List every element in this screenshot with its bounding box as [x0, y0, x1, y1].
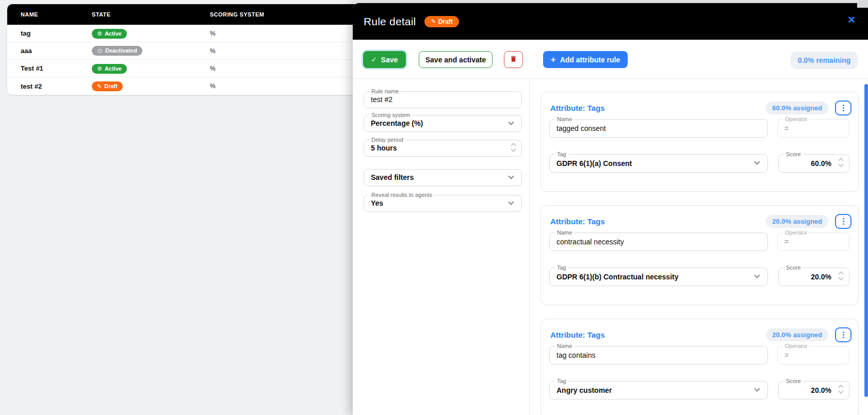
score-label: Score: [784, 378, 803, 384]
close-icon[interactable]: ×: [848, 13, 855, 26]
vertical-divider: [529, 78, 530, 415]
rule-name-label: Rule name: [369, 88, 401, 94]
scoring-system-select[interactable]: Scoring system Percentage (%): [364, 115, 522, 132]
operator-field: Operator =: [777, 119, 849, 138]
horizontal-divider: [353, 78, 868, 79]
draft-status-label: Draft: [438, 19, 453, 25]
operator-value: =: [778, 120, 849, 137]
save-button[interactable]: ✓ Save: [363, 51, 406, 68]
operator-label: Operator: [783, 229, 809, 236]
tag-label: Tag: [555, 378, 568, 384]
column-header-name: NAME: [7, 11, 92, 18]
remaining-badge: 0.0% remaining: [791, 52, 858, 69]
attribute-name-field[interactable]: Name tag contains: [549, 346, 768, 364]
scrollbar-corner: [857, 0, 868, 8]
tag-select[interactable]: Tag Angry customer: [549, 381, 768, 400]
operator-label: Operator: [783, 343, 809, 349]
score-label: Score: [784, 151, 803, 157]
tag-label: Tag: [555, 264, 568, 271]
scoring-system-label: Scoring system: [369, 112, 412, 118]
attribute-name-field[interactable]: Name tagged consent: [549, 119, 768, 138]
tag-select[interactable]: Tag GDPR 6(1)(b) Contractual necessity: [549, 268, 768, 286]
delete-button[interactable]: [504, 51, 523, 68]
vertical-scrollbar[interactable]: [864, 84, 868, 397]
attribute-rules-list: Attribute: Tags 60.0% assigned Name tagg…: [541, 92, 859, 415]
plus-icon: +: [551, 55, 556, 64]
check-icon: ✓: [371, 56, 377, 63]
attribute-title: Attribute: Tags: [550, 104, 605, 112]
operator-label: Operator: [783, 116, 809, 122]
assigned-badge: 20.0% assigned: [766, 328, 828, 341]
assigned-badge: 20.0% assigned: [766, 215, 828, 228]
attribute-name-label: Name: [555, 343, 574, 349]
saved-filters-select[interactable]: Saved filters: [364, 169, 522, 186]
pencil-icon: ✎: [97, 84, 102, 89]
delay-period-label: Delay period: [369, 137, 405, 143]
stepper-arrows[interactable]: [839, 272, 843, 279]
rule-name-cell: test #2: [7, 82, 92, 90]
reveal-results-label: Reveal results to agents: [369, 192, 434, 198]
column-header-state: STATE: [92, 11, 210, 18]
attribute-rule-card: Attribute: Tags 20.0% assigned Name cont…: [541, 205, 859, 305]
attribute-title: Attribute: Tags: [550, 217, 605, 226]
reveal-results-select[interactable]: Reveal results to agents Yes: [364, 195, 522, 212]
state-badge: Deactivated: [92, 46, 142, 56]
tag-select[interactable]: Tag GDPR 6(1)(a) Consent: [549, 154, 768, 173]
tag-label: Tag: [555, 151, 568, 157]
trash-icon: [510, 55, 517, 64]
attribute-name-label: Name: [555, 229, 574, 236]
attribute-name-label: Name: [555, 116, 574, 122]
save-and-activate-button[interactable]: Save and activate: [419, 51, 493, 68]
score-stepper[interactable]: Score 20.0%: [778, 381, 849, 400]
tag-value: GDPR 6(1)(a) Consent: [550, 155, 767, 172]
saved-filters-value: Saved filters: [364, 170, 521, 186]
stepper-arrows[interactable]: [839, 159, 843, 166]
power-icon: [97, 48, 103, 54]
rule-detail-panel: Rule detail ✎ Draft × ✓ Save Save and ac…: [353, 3, 868, 415]
pencil-icon: ✎: [431, 19, 435, 24]
panel-title: Rule detail: [364, 15, 416, 28]
operator-field: Operator =: [777, 233, 849, 251]
tag-value: GDPR 6(1)(b) Contractual necessity: [550, 268, 767, 286]
score-stepper[interactable]: Score 20.0%: [778, 268, 849, 286]
panel-header: Rule detail ✎ Draft ×: [353, 3, 868, 40]
operator-field: Operator =: [777, 346, 849, 364]
operator-value: =: [778, 233, 849, 251]
delay-period-stepper[interactable]: Delay period 5 hours: [364, 140, 522, 157]
attribute-title: Attribute: Tags: [550, 330, 605, 339]
state-badge: ⚙ Active: [92, 29, 127, 39]
state-badge: ⚙ Active: [92, 64, 127, 74]
stepper-arrows[interactable]: [512, 144, 515, 151]
score-label: Score: [784, 264, 803, 271]
attribute-rule-card: Attribute: Tags 20.0% assigned Name tag …: [541, 319, 859, 415]
save-label: Save: [381, 56, 398, 64]
kebab-menu-button[interactable]: [835, 214, 851, 229]
tag-value: Angry customer: [550, 381, 767, 399]
rule-name-cell: aaa: [7, 47, 92, 55]
rule-name-cell: tag: [7, 29, 92, 37]
stepper-arrows[interactable]: [839, 386, 843, 393]
operator-value: =: [778, 346, 849, 364]
kebab-menu-button[interactable]: [835, 327, 851, 342]
add-attribute-rule-button[interactable]: + Add attribute rule: [543, 51, 628, 68]
gear-icon: ⚙: [97, 66, 102, 72]
attribute-name-value: tagged consent: [550, 120, 767, 137]
add-attribute-rule-label: Add attribute rule: [560, 56, 620, 64]
gear-icon: ⚙: [97, 31, 102, 37]
rule-name-field[interactable]: Rule name test #2: [364, 91, 522, 108]
app-root: NAME STATE SCORING SYSTEM tag ⚙ Active %: [0, 0, 868, 415]
state-label: Active: [105, 31, 122, 37]
state-label: Draft: [104, 84, 118, 89]
attribute-name-field[interactable]: Name contractual necessity: [549, 233, 768, 251]
score-stepper[interactable]: Score 60.0%: [778, 154, 849, 173]
rule-name-cell: Test #1: [7, 64, 92, 72]
assigned-badge: 60.0% assigned: [766, 102, 828, 114]
attribute-name-value: contractual necessity: [550, 233, 767, 251]
state-label: Deactivated: [105, 48, 137, 54]
attribute-rule-card: Attribute: Tags 60.0% assigned Name tagg…: [541, 92, 859, 192]
kebab-menu-button[interactable]: [835, 101, 851, 115]
attribute-name-value: tag contains: [550, 346, 767, 364]
state-badge: ✎ Draft: [92, 81, 123, 91]
state-label: Active: [105, 66, 122, 72]
draft-status-badge: ✎ Draft: [424, 16, 458, 27]
